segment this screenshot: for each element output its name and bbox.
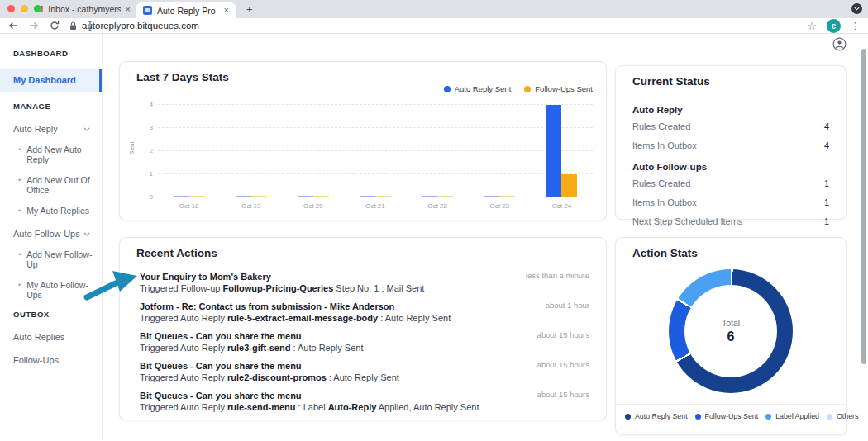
action-detail-part: : Label: [296, 402, 328, 412]
bar-group: [531, 105, 593, 197]
status-value: 4: [824, 121, 829, 131]
legend-label: Auto Reply Sent: [635, 412, 688, 420]
close-tab-icon[interactable]: ×: [126, 5, 131, 14]
action-detail-part: rule3-gift-send: [227, 343, 290, 353]
status-row: Next Step Scheduled Items1: [632, 211, 829, 230]
sidebar-item-label: Auto Reply: [13, 124, 58, 134]
sidebar-header-manage: MANAGE: [13, 102, 102, 111]
bar[interactable]: [422, 196, 437, 197]
sidebar-item-auto-follow-ups[interactable]: Auto Follow-Ups: [13, 229, 90, 239]
card-title: Recent Actions: [136, 247, 217, 259]
y-tick-label: 0: [140, 193, 153, 201]
bar[interactable]: [298, 196, 313, 197]
status-group: Auto ReplyRules Created4Items In Outbox4: [632, 105, 829, 154]
card-title: Current Status: [632, 75, 710, 88]
y-tick-label: 3: [140, 124, 153, 131]
bar[interactable]: [313, 196, 329, 197]
bar[interactable]: [360, 196, 375, 197]
x-axis-labels: Oct 18Oct 19Oct 20Oct 21Oct 22Oct 23Oct …: [158, 202, 593, 210]
action-timestamp: about 15 hours: [537, 390, 589, 399]
tab-auto-reply-pro[interactable]: Auto Reply Pro ×: [136, 2, 236, 18]
bar[interactable]: [189, 196, 205, 197]
sidebar-subitem[interactable]: •Add New Auto Reply: [18, 145, 93, 164]
bar[interactable]: [251, 196, 267, 197]
user-profile-icon[interactable]: [832, 37, 847, 55]
text-cursor: [87, 20, 93, 35]
action-detail: Triggered Auto Reply rule3-gift-send : A…: [140, 342, 589, 353]
browser-menu-icon[interactable]: ⋮: [851, 21, 860, 31]
tab-gmail-inbox[interactable]: M Inbox - cathymyers166@gmai ×: [31, 0, 136, 18]
url-text[interactable]: autoreplypro.bitqueues.com: [82, 21, 199, 31]
action-detail-part: rule2-discount-promos: [227, 372, 327, 382]
close-window-button[interactable]: [7, 5, 15, 12]
legend-dot-icon: [444, 86, 451, 92]
action-subject: Your Enquiry to Mom's Bakery: [140, 271, 589, 282]
action-detail: Triggered Auto Reply rule-5-extract-emai…: [140, 312, 589, 324]
bar-group: [282, 196, 344, 197]
traffic-lights: [7, 5, 41, 12]
status-label: Rules Created: [632, 121, 690, 131]
close-tab-icon[interactable]: ×: [224, 6, 229, 15]
back-button[interactable]: [8, 21, 18, 31]
annotation-arrow-icon: [83, 266, 141, 302]
zoom-window-button[interactable]: [34, 5, 41, 12]
bar[interactable]: [499, 196, 515, 197]
browser-toolbar: autoreplypro.bitqueues.com ☆ c ⋮: [0, 18, 868, 34]
sidebar-subitem[interactable]: •My Auto Replies: [18, 206, 93, 216]
bar[interactable]: [484, 196, 499, 197]
legend-item: Follow-Ups Sent: [695, 412, 759, 420]
outbox-items: Auto RepliesFollow-Ups: [0, 332, 102, 365]
bullet-icon: •: [18, 206, 21, 216]
card-title: Last 7 Days Stats: [136, 71, 229, 83]
recent-action-item[interactable]: Jotform - Re: Contact us from submission…: [140, 301, 589, 324]
recent-action-item[interactable]: Bit Queues - Can you share the menuTrigg…: [140, 330, 589, 353]
bookmark-star-icon[interactable]: ☆: [807, 21, 817, 31]
y-tick-label: 4: [140, 101, 153, 108]
legend-dot-icon: [827, 414, 832, 420]
action-timestamp: about 15 hours: [537, 330, 589, 339]
bar[interactable]: [546, 105, 561, 197]
action-detail-part: Applied, Auto Reply Sent: [376, 402, 479, 412]
x-tick-label: Oct 20: [282, 202, 344, 210]
sidebar-subitem[interactable]: •Add New Out Of Office: [18, 175, 93, 195]
legend-divider: [616, 404, 846, 405]
action-subject: Bit Queues - Can you share the menu: [140, 330, 589, 342]
status-row: Rules Created4: [632, 116, 829, 135]
page-scrollbar[interactable]: [861, 49, 866, 364]
recent-action-item[interactable]: Bit Queues - Can you share the menuTrigg…: [140, 360, 589, 383]
bar[interactable]: [375, 196, 391, 197]
recent-action-item[interactable]: Your Enquiry to Mom's BakeryTriggered Fo…: [140, 271, 589, 294]
tab-strip: M Inbox - cathymyers166@gmai × Auto Repl…: [0, 0, 868, 18]
recent-action-item[interactable]: Bit Queues - Can you share the menuTrigg…: [140, 390, 589, 413]
x-tick-label: Oct 23: [469, 202, 531, 210]
bar[interactable]: [174, 196, 189, 197]
bar-plot: 01234: [158, 105, 593, 197]
legend-dot-icon: [625, 414, 631, 420]
bar[interactable]: [561, 174, 577, 197]
profile-avatar[interactable]: c: [827, 19, 841, 33]
recent-actions-card: Recent Actions Your Enquiry to Mom's Bak…: [119, 237, 607, 420]
x-tick-label: Oct 24: [531, 202, 593, 210]
new-tab-button[interactable]: +: [246, 4, 253, 15]
bar[interactable]: [437, 196, 453, 197]
tab-search-button[interactable]: [851, 3, 862, 14]
action-detail: Triggered Follow-up Followup-Pricing-Que…: [140, 282, 589, 294]
bar-group: [344, 196, 406, 197]
sidebar-item[interactable]: Follow-Ups: [13, 355, 90, 365]
sidebar-item-auto-reply[interactable]: Auto Reply: [13, 124, 90, 134]
status-groups: Auto ReplyRules Created4Items In Outbox4…: [632, 97, 829, 230]
stats-legend: Auto Reply SentFollow-Ups Sent: [444, 84, 593, 93]
legend-label: Others: [837, 412, 858, 420]
sidebar-item[interactable]: Auto Replies: [13, 332, 90, 342]
sidebar-header-dashboard: DASHBOARD: [13, 49, 102, 58]
forward-button[interactable]: [29, 21, 39, 31]
sidebar-item-my-dashboard[interactable]: My Dashboard: [0, 69, 102, 92]
legend-label: Follow-Ups Sent: [535, 84, 593, 93]
bullet-icon: •: [18, 145, 21, 164]
address-bar[interactable]: autoreplypro.bitqueues.com: [69, 21, 807, 31]
reload-button[interactable]: [50, 21, 60, 31]
bar[interactable]: [236, 196, 251, 197]
minimize-window-button[interactable]: [21, 5, 28, 12]
recent-actions-list: Your Enquiry to Mom's BakeryTriggered Fo…: [140, 271, 589, 420]
status-value: 4: [824, 140, 829, 150]
